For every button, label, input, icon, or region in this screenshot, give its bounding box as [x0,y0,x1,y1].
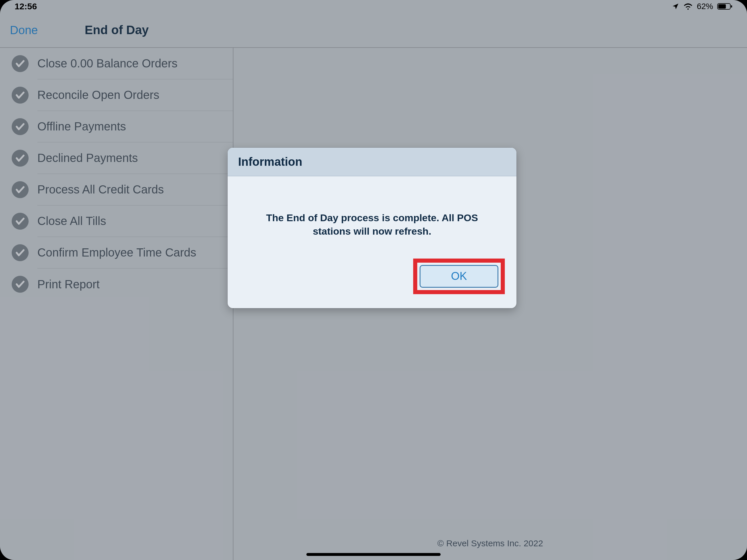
checkmark-icon [12,150,29,167]
battery-icon [717,3,732,10]
checkmark-icon [12,181,29,198]
sidebar-item-label: Confirm Employee Time Cards [37,246,197,259]
modal-title: Information [228,148,516,176]
status-bar: 12:56 62% [0,0,747,13]
sidebar-item-close-balance[interactable]: Close 0.00 Balance Orders [0,48,233,79]
checkmark-icon [12,55,29,72]
location-icon [672,3,679,10]
checkmark-icon [12,213,29,230]
status-right: 62% [672,2,732,11]
device-screen: 12:56 62% Done End of Day Close 0.00 Bal… [0,0,747,560]
sidebar-item-offline-payments[interactable]: Offline Payments [0,111,233,143]
sidebar-item-label: Process All Credit Cards [37,183,164,196]
sidebar-item-label: Close 0.00 Balance Orders [37,57,177,70]
checkmark-icon [12,244,29,261]
wifi-icon [684,3,693,10]
battery-percent: 62% [697,2,713,11]
header-left: Done End of Day [0,13,233,47]
sidebar-item-time-cards[interactable]: Confirm Employee Time Cards [0,237,233,269]
sidebar-item-label: Reconcile Open Orders [37,88,159,102]
svg-rect-1 [718,4,726,9]
modal-message: The End of Day process is complete. All … [228,176,516,250]
checkmark-icon [12,276,29,293]
status-time: 12:56 [15,1,37,11]
sidebar-item-process-cards[interactable]: Process All Credit Cards [0,174,233,205]
ok-highlight: OK [413,258,505,294]
sidebar-item-declined-payments[interactable]: Declined Payments [0,143,233,174]
svg-rect-2 [731,5,732,7]
footer-copyright: © Revel Systems Inc. 2022 [233,538,747,548]
sidebar-item-print-report[interactable]: Print Report [0,269,233,300]
checkmark-icon [12,87,29,104]
sidebar-item-label: Close All Tills [37,214,106,228]
checkmark-icon [12,118,29,135]
home-indicator[interactable] [306,553,441,556]
sidebar: Close 0.00 Balance Orders Reconcile Open… [0,48,233,560]
information-modal: Information The End of Day process is co… [228,148,516,308]
sidebar-item-label: Declined Payments [37,151,138,164]
header-row: Done End of Day [0,13,747,48]
modal-footer: OK [228,250,516,308]
sidebar-item-close-tills[interactable]: Close All Tills [0,205,233,237]
ok-button[interactable]: OK [420,265,498,288]
sidebar-item-label: Offline Payments [37,120,126,133]
sidebar-item-label: Print Report [37,278,100,291]
done-button[interactable]: Done [0,24,38,37]
sidebar-item-reconcile[interactable]: Reconcile Open Orders [0,79,233,111]
